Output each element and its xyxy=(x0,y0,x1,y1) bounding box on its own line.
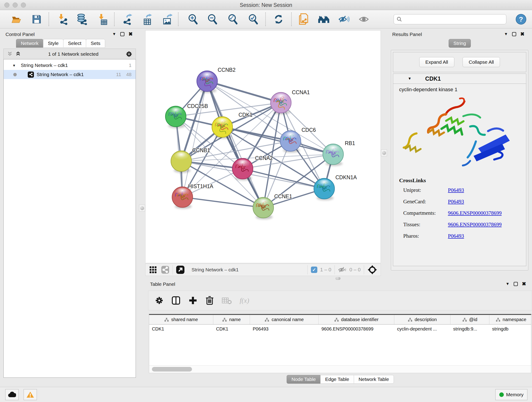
results-panel-close-button[interactable]: ✖ xyxy=(520,31,525,37)
delete-column-trash-icon[interactable] xyxy=(205,296,214,305)
tab-sets[interactable]: Sets xyxy=(86,39,105,48)
crosslink-row: Uniprot:P06493 xyxy=(403,187,523,193)
table-cell[interactable]: cyclin-dependent ... xyxy=(394,325,450,334)
column-header[interactable]: canonical name xyxy=(250,315,319,324)
memory-button[interactable]: Memory xyxy=(495,389,527,400)
expand-all-button[interactable]: Expand All xyxy=(419,57,454,67)
open-in-new-window-icon[interactable] xyxy=(176,265,185,274)
right-splitter-handle[interactable] xyxy=(381,149,387,156)
zoom-out-button[interactable] xyxy=(206,13,218,25)
column-header[interactable]: shared name xyxy=(149,315,213,324)
scrollbar-thumb[interactable] xyxy=(152,367,192,371)
table-cell[interactable]: CDK1 xyxy=(149,325,213,334)
warnings-button[interactable] xyxy=(24,389,37,400)
control-panel-menu-button[interactable]: ▼ xyxy=(112,32,116,36)
table-cell[interactable]: CDK1 xyxy=(213,325,250,334)
tab-network[interactable]: Network xyxy=(16,39,43,48)
collapse-all-button[interactable]: Collapse All xyxy=(462,57,500,67)
table-settings-gear-icon[interactable] xyxy=(155,296,164,305)
column-header[interactable]: description xyxy=(394,315,450,324)
zoom-selected-button[interactable] xyxy=(247,13,259,25)
export-table-button[interactable] xyxy=(140,13,152,25)
export-network-button[interactable] xyxy=(121,13,133,25)
toolbar-separator xyxy=(114,12,114,26)
crosslink-link[interactable]: P06493 xyxy=(448,187,464,193)
collapse-all-tree-icon[interactable] xyxy=(15,51,21,57)
zoom-in-button[interactable] xyxy=(187,13,199,25)
results-panel-menu-button[interactable]: ▼ xyxy=(504,32,508,36)
tab-style[interactable]: Style xyxy=(43,39,63,48)
add-column-icon[interactable] xyxy=(171,296,181,305)
node-gloss xyxy=(169,107,182,115)
crosslink-link[interactable]: 9606.ENSP00000378699 xyxy=(448,222,502,228)
network-edge[interactable] xyxy=(207,81,281,103)
save-session-button[interactable] xyxy=(31,13,43,25)
hide-selected-button[interactable] xyxy=(338,13,350,25)
grid-view-icon[interactable] xyxy=(149,266,157,274)
import-network-icon xyxy=(57,13,68,25)
import-table-button[interactable] xyxy=(96,13,108,25)
create-column-plus-icon[interactable] xyxy=(188,296,197,305)
network-collection-row[interactable]: ▼ String Network – cdk1 1 xyxy=(4,61,136,70)
network-label: String Network – cdk1 xyxy=(37,72,84,77)
crosslink-link[interactable]: P06493 xyxy=(448,233,464,239)
results-panel-float-button[interactable] xyxy=(512,32,516,36)
show-selected-button[interactable] xyxy=(358,13,370,25)
control-panel-close-button[interactable]: ✖ xyxy=(128,31,133,37)
crosslink-label: Tissues: xyxy=(403,222,448,228)
network-edge[interactable] xyxy=(207,81,263,208)
crosslink-link[interactable]: 9606.ENSP00000378699 xyxy=(448,210,502,216)
zoom-selected-icon xyxy=(248,14,259,25)
tab-node-table[interactable]: Node Table xyxy=(287,375,321,384)
help-button[interactable]: ? xyxy=(515,13,527,25)
column-header[interactable]: namespace xyxy=(489,315,532,324)
export-image-button[interactable] xyxy=(161,13,173,25)
show-all-nodes-button[interactable] xyxy=(318,13,330,25)
refresh-button[interactable] xyxy=(273,13,285,25)
network-view-toolbar: String Network – cdk1 ✓ 1 – 0 0 – 0 xyxy=(145,264,381,276)
network-edge[interactable] xyxy=(182,197,263,208)
import-network-from-database-button[interactable] xyxy=(76,13,88,25)
search-field[interactable] xyxy=(394,14,506,24)
column-header[interactable]: name xyxy=(213,315,250,324)
table-panel-close-button[interactable]: ✖ xyxy=(522,281,526,287)
network-canvas[interactable]: CCNB2CCNA1CDC25BCDK1CDC6RB1CCNB1CCNA2CDK… xyxy=(145,30,381,263)
string-view-icon[interactable] xyxy=(161,266,169,274)
table-cell[interactable]: P06493 xyxy=(250,325,319,334)
automation-cloud-button[interactable] xyxy=(5,389,19,400)
tab-edge-table[interactable]: Edge Table xyxy=(320,375,354,384)
crosslink-link[interactable]: P06493 xyxy=(448,199,464,205)
table-row[interactable]: CDK1CDK1P064939606.ENSP00000378699cyclin… xyxy=(149,325,531,334)
collection-expand-arrow[interactable]: ▼ xyxy=(12,64,16,67)
expand-all-tree-icon[interactable] xyxy=(7,51,13,57)
birds-eye-view-icon[interactable] xyxy=(367,265,377,275)
gear-icon[interactable] xyxy=(126,51,133,57)
table-horizontal-scrollbar[interactable] xyxy=(149,365,531,373)
node-details-collapse-arrow[interactable]: ▼ xyxy=(408,77,412,81)
cloud-icon xyxy=(8,392,16,398)
table-cell[interactable]: 9606.ENSP00000378699 xyxy=(319,325,394,334)
selected-nodes-checkbox[interactable]: ✓ xyxy=(311,267,317,273)
bottom-splitter-handle[interactable] xyxy=(334,277,342,280)
table-panel-float-button[interactable] xyxy=(514,282,518,286)
tab-string[interactable]: String xyxy=(449,39,471,48)
tab-select[interactable]: Select xyxy=(63,39,86,48)
column-header[interactable]: @id xyxy=(450,315,489,324)
network-edge[interactable] xyxy=(182,81,207,197)
control-panel-float-button[interactable] xyxy=(120,32,124,36)
column-header[interactable]: database identifier xyxy=(319,315,394,324)
database-import-icon xyxy=(76,13,88,25)
table-cell[interactable]: stringdb xyxy=(489,325,532,334)
network-row-selected[interactable]: String Network – cdk1 11 48 xyxy=(4,70,136,79)
zoom-fit-button[interactable] xyxy=(227,13,239,25)
import-network-button[interactable] xyxy=(57,13,69,25)
search-input[interactable] xyxy=(404,17,502,22)
left-splitter-handle[interactable] xyxy=(139,205,145,211)
table-cell[interactable]: stringdb:9... xyxy=(450,325,489,334)
open-file-button[interactable] xyxy=(11,13,22,25)
status-bar: Memory xyxy=(0,387,532,402)
column-type-icon xyxy=(462,318,467,322)
tab-network-table[interactable]: Network Table xyxy=(354,375,394,384)
clone-network-button[interactable] xyxy=(298,13,310,25)
table-panel-menu-button[interactable]: ▼ xyxy=(506,282,510,286)
